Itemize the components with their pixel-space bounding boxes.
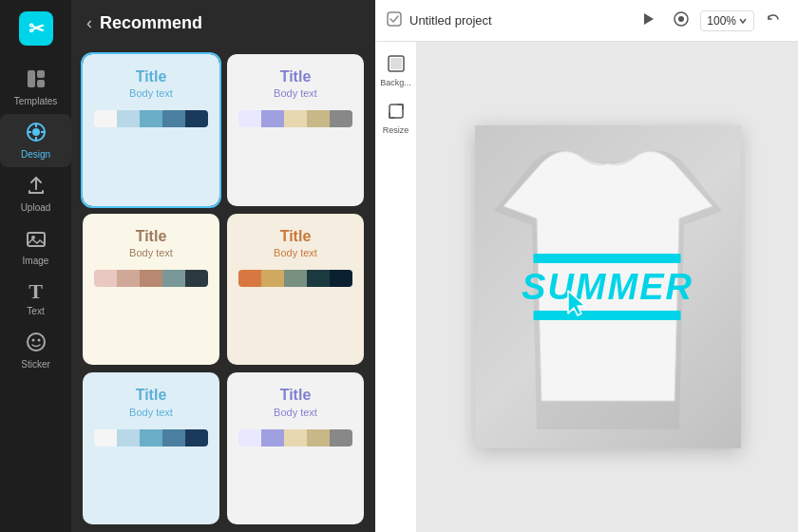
background-icon: [388, 55, 405, 76]
canvas-mini-sidebar: Backg... Resize: [375, 42, 417, 532]
sidebar-item-templates[interactable]: Templates: [0, 61, 71, 114]
card-title-tpl3: Title: [136, 227, 167, 245]
card-title-tpl1: Title: [136, 67, 167, 86]
app-logo[interactable]: ✂: [19, 11, 53, 46]
canvas-area: Untitled project 100%: [375, 0, 798, 532]
save-button[interactable]: [668, 8, 694, 33]
bottom-bar: [534, 311, 681, 320]
canvas-main[interactable]: SUMMER: [417, 42, 798, 532]
text-icon: T: [28, 281, 43, 302]
card-body-tpl4: Body text: [274, 247, 317, 258]
zoom-selector[interactable]: 100%: [700, 10, 754, 31]
template-card-tpl1[interactable]: TitleBody text: [83, 54, 219, 206]
svg-marker-17: [644, 13, 654, 25]
sidebar-item-text[interactable]: T Text: [0, 274, 71, 324]
svg-text:✂: ✂: [28, 18, 44, 39]
svg-rect-16: [388, 12, 401, 26]
summer-text: SUMMER: [522, 269, 694, 305]
templates-icon: [26, 68, 47, 92]
svg-rect-11: [28, 233, 45, 246]
sidebar-item-upload[interactable]: Upload: [0, 167, 71, 220]
template-card-tpl3[interactable]: TitleBody text: [83, 214, 219, 366]
sticker-icon: [26, 332, 47, 355]
sidebar-item-text-label: Text: [27, 306, 44, 316]
recommend-panel: ‹ Recommend TitleBody textTitleBody text…: [71, 0, 375, 532]
svg-point-6: [32, 128, 40, 136]
color-swatches-tpl5: [94, 429, 208, 446]
sidebar-item-design[interactable]: Design: [0, 114, 71, 167]
svg-point-13: [28, 333, 45, 351]
project-name: Untitled project: [409, 13, 628, 28]
tshirt-bg: SUMMER: [475, 125, 741, 448]
sidebar-item-design-label: Design: [21, 149, 50, 160]
canvas-topbar: Untitled project 100%: [375, 0, 798, 42]
color-swatches-tpl4: [238, 270, 352, 287]
canvas-content: SUMMER: [475, 125, 741, 448]
panel-title: Recommend: [100, 13, 202, 33]
resize-icon: [388, 103, 405, 124]
resize-label: Resize: [383, 125, 409, 135]
mini-sidebar-background[interactable]: Backg...: [375, 49, 416, 93]
play-button[interactable]: [636, 8, 662, 33]
canvas-with-sidebar: Backg... Resize: [375, 42, 798, 532]
color-swatches-tpl3: [94, 270, 208, 287]
template-card-tpl6[interactable]: TitleBody text: [227, 372, 364, 524]
card-body-tpl1: Body text: [129, 87, 173, 99]
templates-grid: TitleBody textTitleBody textTitleBody te…: [71, 47, 375, 532]
panel-header: ‹ Recommend: [71, 0, 375, 47]
topbar-actions: 100%: [636, 8, 787, 33]
color-swatches-tpl1: [94, 110, 208, 127]
design-icon: [26, 122, 47, 145]
sidebar-item-image[interactable]: Image: [0, 220, 71, 274]
color-swatches-tpl6: [238, 429, 352, 446]
back-button[interactable]: ‹: [86, 13, 92, 33]
svg-point-14: [31, 339, 34, 342]
card-body-tpl3: Body text: [129, 247, 173, 258]
sidebar-item-sticker-label: Sticker: [21, 359, 50, 370]
card-body-tpl6: Body text: [274, 407, 317, 418]
sidebar: ✂ Templates Design: [0, 0, 71, 532]
template-card-tpl5[interactable]: TitleBody text: [83, 372, 219, 524]
project-icon: [387, 11, 402, 30]
card-body-tpl2: Body text: [274, 87, 317, 99]
top-bar: [534, 254, 681, 263]
image-icon: [26, 228, 47, 252]
color-swatches-tpl2: [238, 110, 352, 127]
sidebar-item-templates-label: Templates: [14, 96, 58, 106]
card-body-tpl5: Body text: [129, 407, 173, 418]
sidebar-item-upload-label: Upload: [21, 202, 51, 213]
upload-icon: [26, 175, 47, 199]
sidebar-item-sticker[interactable]: Sticker: [0, 324, 71, 377]
card-title-tpl6: Title: [280, 386, 312, 404]
svg-point-15: [37, 339, 40, 342]
card-title-tpl4: Title: [280, 227, 312, 245]
sidebar-item-image-label: Image: [23, 256, 49, 266]
svg-rect-4: [37, 80, 45, 87]
background-label: Backg...: [380, 78, 411, 87]
undo-button[interactable]: [760, 8, 787, 33]
svg-rect-21: [390, 58, 402, 69]
mini-sidebar-resize[interactable]: Resize: [375, 97, 416, 141]
svg-point-19: [678, 16, 684, 22]
zoom-value: 100%: [707, 14, 736, 28]
card-title-tpl2: Title: [280, 67, 312, 86]
svg-rect-3: [37, 70, 45, 78]
template-card-tpl2[interactable]: TitleBody text: [227, 54, 364, 206]
svg-rect-22: [390, 104, 403, 118]
summer-design: SUMMER: [522, 254, 694, 320]
template-card-tpl4[interactable]: TitleBody text: [227, 214, 364, 366]
card-title-tpl5: Title: [136, 386, 167, 404]
svg-rect-2: [28, 70, 35, 87]
